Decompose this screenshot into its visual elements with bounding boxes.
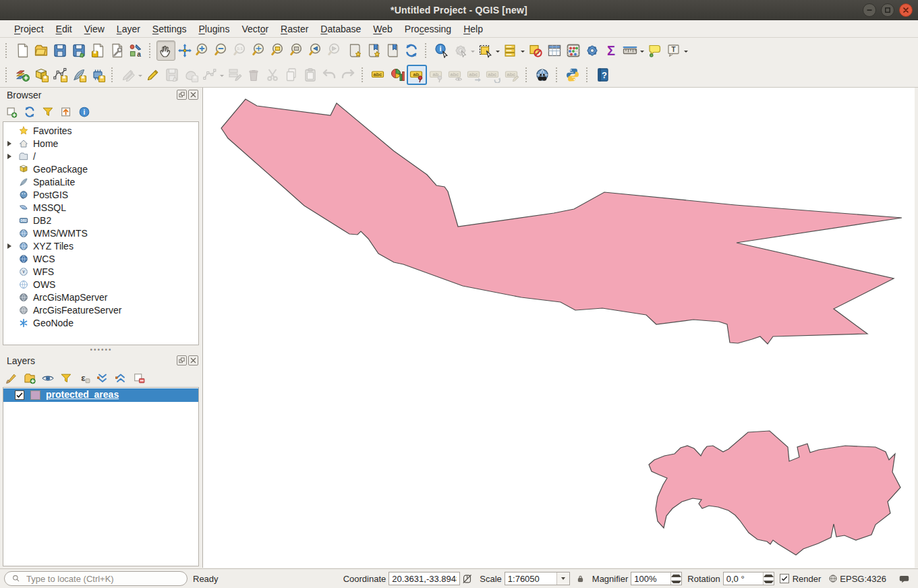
filter-legend-button[interactable] [59, 371, 74, 386]
toolbar-handle[interactable] [425, 43, 429, 58]
pan-to-selection-button[interactable] [175, 40, 194, 61]
toolbar-handle[interactable] [556, 67, 560, 82]
expand-arrow-icon[interactable] [7, 141, 14, 146]
save-layer-edits-button[interactable] [163, 65, 181, 85]
style-manager-button[interactable]: a [126, 40, 145, 61]
change-label-button[interactable]: abc [503, 65, 521, 85]
new-temporary-scratch-layer-button[interactable]: * [88, 65, 107, 85]
crs-status[interactable]: EPSG:4326 [840, 574, 886, 584]
crs-globe-icon[interactable] [828, 573, 838, 584]
expand-all-layers-button[interactable] [95, 371, 110, 386]
refresh-map-button[interactable] [402, 40, 421, 61]
browser-item-geonode[interactable]: GeoNode [3, 316, 198, 329]
save-project-button[interactable] [51, 40, 69, 61]
layer-labeling-options-button[interactable]: abc [369, 65, 388, 85]
new-spatial-bookmark-button[interactable] [345, 40, 364, 61]
dropdown-arrow-icon[interactable] [640, 51, 644, 55]
browser-item-arcgismapserver[interactable]: ArcGisMapServer [3, 291, 198, 303]
manage-map-themes-button[interactable] [40, 371, 55, 386]
zoom-to-selection-button[interactable] [270, 40, 289, 61]
add-group-button[interactable] [22, 371, 37, 386]
toolbar-handle[interactable] [149, 43, 153, 58]
layer-item-protected_areas[interactable]: protected_areas [3, 388, 198, 402]
move-label-button[interactable]: abc [465, 65, 484, 85]
redo-button[interactable] [339, 65, 357, 85]
menu-plugins[interactable]: Plugins [192, 22, 235, 36]
maximize-button[interactable] [881, 3, 894, 17]
show-layout-manager-button[interactable] [107, 40, 126, 61]
layers-close-button[interactable] [188, 355, 198, 365]
dropdown-arrow-icon[interactable] [220, 75, 224, 79]
rotation-down-button[interactable] [764, 579, 774, 585]
panel-splitter[interactable]: •••••• [0, 346, 202, 353]
browser-item-arcgisfeatureserver[interactable]: ArcGisFeatureServer [3, 303, 198, 316]
toolbar-handle[interactable] [5, 43, 9, 58]
measure-line-button[interactable] [621, 40, 646, 61]
new-project-button[interactable] [13, 40, 32, 61]
expand-arrow-icon[interactable] [7, 154, 14, 159]
help-contents-button[interactable]: ? [594, 65, 612, 85]
processing-options-button[interactable] [583, 40, 602, 61]
highlight-pinned-labels-button[interactable]: ab [407, 65, 427, 85]
browser-item-wms-wmts[interactable]: WMS/WMTS [3, 227, 198, 239]
coordinate-input[interactable] [389, 572, 460, 585]
filter-by-expression-button[interactable]: ε [77, 371, 92, 386]
browser-item--[interactable]: / [3, 150, 198, 163]
pin-unpin-labels-button[interactable]: ab [427, 65, 446, 85]
browser-item-wfs[interactable]: VWFS [3, 265, 198, 278]
dropdown-arrow-icon[interactable] [521, 51, 525, 55]
delete-selected-button[interactable] [244, 65, 263, 85]
magnifier-up-button[interactable] [671, 572, 681, 579]
statistical-summary-button[interactable]: Σ [602, 40, 621, 61]
run-feature-action-button[interactable] [451, 40, 476, 61]
menu-raster[interactable]: Raster [275, 22, 314, 36]
menu-settings[interactable]: Settings [146, 22, 193, 36]
zoom-full-button[interactable] [251, 40, 270, 61]
collapse-all-browser-button[interactable] [59, 105, 74, 119]
menu-web[interactable]: Web [367, 22, 399, 36]
menu-edit[interactable]: Edit [50, 22, 78, 36]
browser-close-button[interactable] [188, 90, 198, 100]
open-data-source-manager-button[interactable] [13, 65, 32, 85]
save-project-as-button[interactable] [69, 40, 88, 61]
deselect-features-button[interactable] [526, 40, 545, 61]
magnifier-input[interactable] [631, 572, 670, 585]
enable-properties-widget-button[interactable]: i [77, 105, 92, 119]
open-layer-styling-button[interactable] [4, 371, 19, 386]
add-polygon-feature-button[interactable]: * [181, 65, 200, 85]
show-hide-labels-button[interactable]: abc [446, 65, 465, 85]
menu-vector[interactable]: Vector [235, 22, 275, 36]
browser-item-postgis[interactable]: PostGIS [3, 188, 198, 201]
zoom-to-layer-button[interactable] [289, 40, 308, 61]
select-by-form-button[interactable] [501, 40, 526, 61]
close-button[interactable] [899, 3, 913, 17]
layers-list[interactable]: protected_areas [3, 387, 199, 566]
current-edits-button[interactable] [119, 65, 144, 85]
browser-item-db2[interactable]: DB2DB2 [3, 214, 198, 227]
show-spatial-bookmarks-button[interactable] [364, 40, 383, 61]
menu-help[interactable]: Help [457, 22, 489, 36]
menu-project[interactable]: Project [8, 22, 50, 36]
open-attribute-table-button[interactable] [545, 40, 564, 61]
remove-layer-button[interactable] [132, 371, 146, 386]
new-spatialite-layer-button[interactable]: * [69, 65, 88, 85]
messages-icon[interactable] [898, 573, 910, 585]
rotation-up-button[interactable] [764, 572, 774, 579]
toggle-editing-button[interactable] [144, 65, 163, 85]
browser-item-mssql[interactable]: MSSQL [3, 201, 198, 214]
map-tips-button[interactable] [646, 40, 664, 61]
browser-item-spatialite[interactable]: SpatiaLite [3, 175, 198, 188]
map-canvas[interactable] [202, 88, 915, 568]
magnifier-spinbox[interactable] [631, 572, 682, 585]
dropdown-arrow-icon[interactable] [684, 51, 688, 55]
layer-diagram-options-button[interactable] [388, 65, 407, 85]
toolbar-handle[interactable] [586, 67, 590, 82]
render-checkbox[interactable] [780, 574, 789, 583]
minimize-button[interactable] [863, 3, 876, 17]
lock-scale-icon[interactable] [575, 574, 585, 584]
menu-layer[interactable]: Layer [111, 22, 146, 36]
identify-features-button[interactable]: i [432, 40, 451, 61]
coordinate-extents-toggle-icon[interactable] [461, 573, 473, 585]
dropdown-arrow-icon[interactable] [138, 75, 142, 79]
browser-float-button[interactable] [177, 90, 187, 100]
